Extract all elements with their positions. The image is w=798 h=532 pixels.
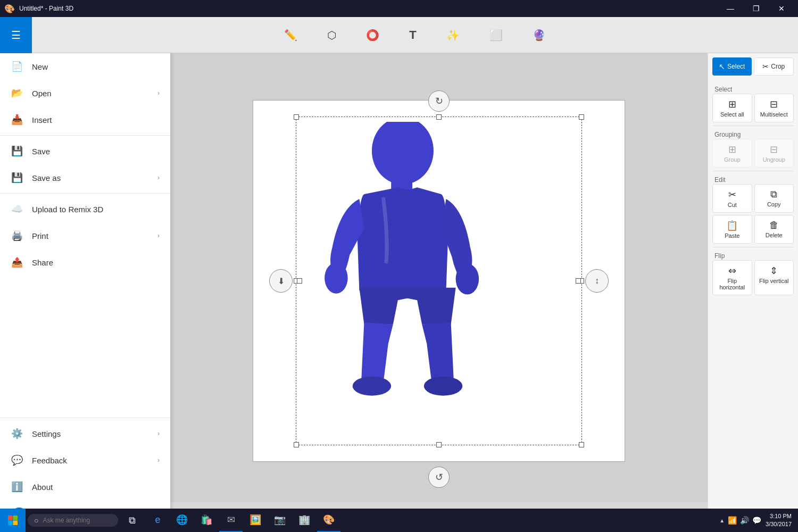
grouping-btn-grid: ⊞ Group ⊟ Ungroup — [712, 139, 794, 168]
sidebar-item-about[interactable]: ℹ️ About — [0, 473, 170, 500]
taskbar: ○ ⧉ e 🌐 🛍️ ✉ 🖼️ 📷 🏢 🎨 ▲ — [0, 509, 798, 532]
rotate-left-handle[interactable]: ⬇ — [269, 269, 293, 293]
taskbar-app-pictures[interactable]: 🖼️ — [244, 509, 267, 532]
sidebar-divider-bottom — [0, 418, 170, 418]
sidebar-item-new[interactable]: 📄 New — [0, 53, 170, 80]
taskbar-app-microsoft[interactable]: 🏢 — [293, 509, 316, 532]
group-button[interactable]: ⊞ Group — [712, 139, 752, 168]
3d-shapes-tool-button[interactable]: ⬡ — [323, 27, 340, 44]
group-icon: ⊞ — [728, 144, 736, 155]
sidebar-divider-1 — [0, 135, 170, 136]
handle-rsq[interactable] — [576, 278, 581, 284]
titlebar-title: Untitled* - Paint 3D — [19, 5, 73, 12]
svg-point-2 — [325, 263, 348, 294]
taskbar-app-paint3d[interactable]: 🎨 — [317, 509, 340, 532]
handle-tl[interactable] — [294, 114, 299, 120]
handle-bm[interactable] — [436, 442, 442, 447]
taskbar-app-mail[interactable]: ✉ — [219, 509, 243, 532]
rotate-handle-bottom[interactable]: ↺ — [428, 467, 450, 488]
handle-br[interactable] — [579, 442, 584, 447]
save-as-icon: 💾 — [11, 172, 23, 184]
open-arrow: › — [157, 89, 160, 97]
taskbar-app-screenshots[interactable]: 📷 — [268, 509, 292, 532]
close-button[interactable]: ✕ — [769, 0, 794, 17]
taskbar-system-icons: ▲ 📶 🔊 💬 — [719, 516, 761, 525]
network-icon[interactable]: 📶 — [728, 516, 737, 525]
paste-button[interactable]: 📋 Paste — [712, 215, 752, 244]
panel-divider-1 — [712, 126, 794, 126]
select-all-icon: ⊞ — [728, 98, 736, 110]
handle-tm[interactable] — [436, 114, 442, 120]
sidebar-divider-2 — [0, 193, 170, 194]
titlebar-controls: — ❐ ✕ — [718, 0, 794, 17]
settings-icon: ⚙️ — [11, 428, 23, 439]
select-crop-row: ↖ Select ✂ Crop — [708, 53, 798, 80]
sidebar-label-about: About — [32, 483, 160, 492]
copy-button[interactable]: ⧉ Copy — [754, 184, 794, 213]
delete-button[interactable]: 🗑 Delete — [754, 215, 794, 244]
volume-icon[interactable]: 🔊 — [740, 516, 749, 525]
handle-bl[interactable] — [294, 442, 299, 447]
crop-mode-icon: ✂ — [762, 62, 769, 71]
multiselect-button[interactable]: ⊟ Multiselect — [754, 94, 794, 122]
flip-h-icon: ⇔ — [728, 265, 736, 277]
sidebar-label-open: Open — [32, 89, 149, 98]
text-tool-button[interactable]: T — [405, 26, 420, 44]
sidebar-item-print[interactable]: 🖨️ Print › — [0, 222, 170, 249]
ungroup-button[interactable]: ⊟ Ungroup — [754, 139, 794, 168]
sidebar-item-insert[interactable]: 📥 Insert — [0, 106, 170, 133]
taskbar-chevron[interactable]: ▲ — [719, 518, 725, 523]
3d-shapes-icon: ⬡ — [327, 29, 336, 41]
sidebar-item-settings[interactable]: ⚙️ Settings › — [0, 420, 170, 447]
sidebar-item-feedback[interactable]: 💬 Feedback › — [0, 447, 170, 473]
task-view-button[interactable]: ⧉ — [120, 509, 144, 532]
handle-tr[interactable] — [579, 114, 584, 120]
notification-icon[interactable]: 💬 — [752, 516, 761, 525]
taskbar-app-remix3d[interactable]: 🌐 — [170, 509, 194, 532]
brushes-tool-button[interactable]: ✏️ — [280, 27, 302, 44]
sidebar-item-save-as[interactable]: 💾 Save as › — [0, 164, 170, 191]
sidebar-label-save: Save — [32, 147, 160, 156]
maximize-button[interactable]: ❐ — [744, 0, 768, 17]
microsoft-icon: 🏢 — [298, 514, 310, 526]
canvas-tool-button[interactable]: ⬜ — [485, 27, 507, 44]
magic-select-tool-button[interactable]: 🔮 — [528, 27, 550, 44]
svg-point-3 — [456, 263, 479, 294]
handle-lsq[interactable] — [297, 278, 302, 284]
taskbar-right: ▲ 📶 🔊 💬 3:10 PM 3/30/2017 — [719, 512, 798, 529]
search-input[interactable] — [43, 517, 112, 524]
sidebar-item-save[interactable]: 💾 Save — [0, 138, 170, 164]
cut-button[interactable]: ✂ Cut — [712, 184, 752, 213]
sidebar-item-upload[interactable]: ☁️ Upload to Remix 3D — [0, 196, 170, 222]
rotate-right-handle[interactable]: ↕ — [585, 269, 609, 293]
select-all-button[interactable]: ⊞ Select all — [712, 94, 752, 122]
task-view-icon: ⧉ — [129, 515, 136, 526]
panel-content: Select ⊞ Select all ⊟ Multiselect Groupi… — [708, 80, 798, 532]
hamburger-button[interactable]: ☰ — [0, 17, 32, 53]
effects-tool-button[interactable]: ✨ — [442, 27, 464, 44]
horizontal-scrollbar[interactable] — [170, 502, 708, 509]
taskbar-time[interactable]: 3:10 PM 3/30/2017 — [766, 512, 792, 529]
select-mode-button[interactable]: ↖ Select — [712, 57, 752, 76]
start-button[interactable] — [0, 509, 26, 532]
svg-rect-9 — [13, 521, 18, 526]
feedback-arrow: › — [157, 456, 160, 464]
2d-shapes-tool-button[interactable]: ⭕ — [362, 27, 384, 44]
crop-mode-button[interactable]: ✂ Crop — [754, 57, 794, 76]
sidebar-item-open[interactable]: 📂 Open › — [0, 80, 170, 106]
text-icon: T — [409, 28, 416, 42]
minimize-button[interactable]: — — [718, 0, 743, 17]
flip-vertical-button[interactable]: ⇕ Flip vertical — [754, 260, 794, 295]
upload-icon: ☁️ — [11, 203, 23, 215]
sidebar-label-share: Share — [32, 258, 160, 267]
rotate-handle-top[interactable]: ↻ — [428, 90, 450, 112]
taskbar-app-ie[interactable]: e — [146, 509, 169, 532]
flip-horizontal-button[interactable]: ⇔ Flip horizontal — [712, 260, 752, 295]
sidebar-item-share[interactable]: 📤 Share — [0, 249, 170, 276]
main-canvas-area[interactable]: ↻ ⬇ ↕ ↺ — [170, 53, 708, 509]
canvas-container[interactable]: ↻ ⬇ ↕ ↺ — [253, 100, 625, 462]
taskbar-search-box[interactable]: ○ — [28, 514, 118, 527]
taskbar-app-store[interactable]: 🛍️ — [195, 509, 218, 532]
sidebar-label-settings: Settings — [32, 429, 149, 438]
open-icon: 📂 — [11, 87, 23, 99]
